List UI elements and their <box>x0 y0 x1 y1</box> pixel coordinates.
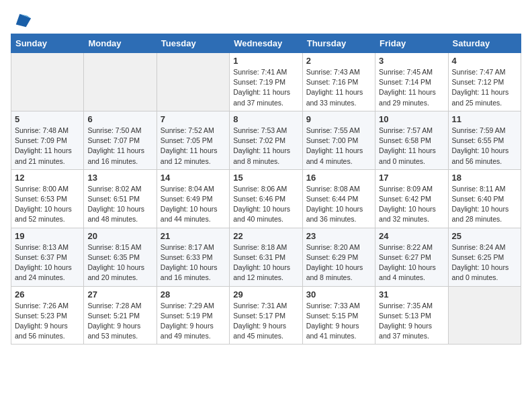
day-info: Sunrise: 8:15 AMSunset: 6:35 PMDaylight:… <box>87 242 152 283</box>
day-number: 26 <box>15 289 80 300</box>
day-info: Sunrise: 7:55 AMSunset: 7:00 PMDaylight:… <box>306 126 371 167</box>
day-number: 12 <box>15 173 80 183</box>
calendar-cell: 28Sunrise: 7:29 AMSunset: 5:19 PMDayligh… <box>157 286 229 345</box>
day-info: Sunrise: 7:53 AMSunset: 7:02 PMDaylight:… <box>233 126 298 167</box>
day-number: 31 <box>379 289 444 300</box>
calendar-cell: 24Sunrise: 8:22 AMSunset: 6:27 PMDayligh… <box>375 228 448 286</box>
day-number: 1 <box>233 56 298 66</box>
calendar-cell: 4Sunrise: 7:47 AMSunset: 7:12 PMDaylight… <box>448 53 521 111</box>
day-info: Sunrise: 8:00 AMSunset: 6:53 PMDaylight:… <box>15 184 80 225</box>
calendar-cell: 17Sunrise: 8:09 AMSunset: 6:42 PMDayligh… <box>375 169 448 228</box>
calendar-cell: 30Sunrise: 7:33 AMSunset: 5:15 PMDayligh… <box>302 286 375 345</box>
logo-icon <box>13 11 32 30</box>
logo <box>11 11 32 30</box>
day-info: Sunrise: 7:45 AMSunset: 7:14 PMDaylight:… <box>379 67 444 108</box>
day-info: Sunrise: 7:48 AMSunset: 7:09 PMDaylight:… <box>15 126 80 167</box>
day-number: 19 <box>15 231 80 241</box>
day-info: Sunrise: 8:08 AMSunset: 6:44 PMDaylight:… <box>306 184 371 225</box>
calendar-cell: 12Sunrise: 8:00 AMSunset: 6:53 PMDayligh… <box>11 169 84 228</box>
calendar-cell: 8Sunrise: 7:53 AMSunset: 7:02 PMDaylight… <box>230 111 302 169</box>
calendar-cell: 27Sunrise: 7:28 AMSunset: 5:21 PMDayligh… <box>84 286 157 345</box>
day-info: Sunrise: 7:41 AMSunset: 7:19 PMDaylight:… <box>233 67 298 108</box>
day-number: 16 <box>306 173 371 183</box>
day-number: 25 <box>452 231 517 241</box>
day-number: 9 <box>306 114 371 124</box>
weekday-header-sunday: Sunday <box>11 34 84 53</box>
calendar-cell <box>448 286 521 345</box>
calendar-table: SundayMondayTuesdayWednesdayThursdayFrid… <box>11 34 521 345</box>
day-info: Sunrise: 7:29 AMSunset: 5:19 PMDaylight:… <box>161 301 226 342</box>
day-info: Sunrise: 8:02 AMSunset: 6:51 PMDaylight:… <box>87 184 152 225</box>
day-info: Sunrise: 7:33 AMSunset: 5:15 PMDaylight:… <box>306 301 371 342</box>
calendar-cell: 11Sunrise: 7:59 AMSunset: 6:55 PMDayligh… <box>448 111 521 169</box>
day-number: 5 <box>15 114 80 124</box>
calendar-cell: 25Sunrise: 8:24 AMSunset: 6:25 PMDayligh… <box>448 228 521 286</box>
weekday-header-saturday: Saturday <box>448 34 521 53</box>
day-number: 27 <box>87 289 152 300</box>
calendar-cell: 5Sunrise: 7:48 AMSunset: 7:09 PMDaylight… <box>11 111 84 169</box>
day-number: 23 <box>306 231 371 241</box>
day-info: Sunrise: 7:26 AMSunset: 5:23 PMDaylight:… <box>15 301 80 342</box>
svg-marker-0 <box>16 14 31 28</box>
calendar-cell: 22Sunrise: 8:18 AMSunset: 6:31 PMDayligh… <box>230 228 302 286</box>
day-info: Sunrise: 7:50 AMSunset: 7:07 PMDaylight:… <box>87 126 152 167</box>
day-info: Sunrise: 8:18 AMSunset: 6:31 PMDaylight:… <box>233 242 298 283</box>
calendar-cell: 16Sunrise: 8:08 AMSunset: 6:44 PMDayligh… <box>302 169 375 228</box>
calendar-cell <box>157 53 229 111</box>
calendar-cell: 18Sunrise: 8:11 AMSunset: 6:40 PMDayligh… <box>448 169 521 228</box>
day-number: 17 <box>379 173 444 183</box>
day-number: 18 <box>452 173 517 183</box>
day-info: Sunrise: 8:20 AMSunset: 6:29 PMDaylight:… <box>306 242 371 283</box>
day-info: Sunrise: 8:17 AMSunset: 6:33 PMDaylight:… <box>161 242 226 283</box>
calendar-cell: 6Sunrise: 7:50 AMSunset: 7:07 PMDaylight… <box>84 111 157 169</box>
day-info: Sunrise: 8:22 AMSunset: 6:27 PMDaylight:… <box>379 242 444 283</box>
calendar-cell: 9Sunrise: 7:55 AMSunset: 7:00 PMDaylight… <box>302 111 375 169</box>
day-number: 13 <box>87 173 152 183</box>
weekday-header-tuesday: Tuesday <box>157 34 229 53</box>
day-info: Sunrise: 7:52 AMSunset: 7:05 PMDaylight:… <box>161 126 226 167</box>
day-info: Sunrise: 8:13 AMSunset: 6:37 PMDaylight:… <box>15 242 80 283</box>
day-number: 28 <box>161 289 226 300</box>
day-number: 20 <box>87 231 152 241</box>
calendar-cell: 15Sunrise: 8:06 AMSunset: 6:46 PMDayligh… <box>230 169 302 228</box>
day-number: 22 <box>233 231 298 241</box>
day-info: Sunrise: 8:24 AMSunset: 6:25 PMDaylight:… <box>452 242 517 283</box>
calendar-cell: 13Sunrise: 8:02 AMSunset: 6:51 PMDayligh… <box>84 169 157 228</box>
calendar-cell: 26Sunrise: 7:26 AMSunset: 5:23 PMDayligh… <box>11 286 84 345</box>
day-info: Sunrise: 7:47 AMSunset: 7:12 PMDaylight:… <box>452 67 517 108</box>
calendar-cell: 31Sunrise: 7:35 AMSunset: 5:13 PMDayligh… <box>375 286 448 345</box>
day-info: Sunrise: 7:28 AMSunset: 5:21 PMDaylight:… <box>87 301 152 342</box>
day-number: 14 <box>161 173 226 183</box>
calendar-cell: 1Sunrise: 7:41 AMSunset: 7:19 PMDaylight… <box>230 53 302 111</box>
weekday-header-thursday: Thursday <box>302 34 375 53</box>
day-number: 30 <box>306 289 371 300</box>
calendar-cell: 19Sunrise: 8:13 AMSunset: 6:37 PMDayligh… <box>11 228 84 286</box>
day-info: Sunrise: 7:43 AMSunset: 7:16 PMDaylight:… <box>306 67 371 108</box>
day-number: 2 <box>306 56 371 66</box>
day-number: 4 <box>452 56 517 66</box>
calendar-cell: 10Sunrise: 7:57 AMSunset: 6:58 PMDayligh… <box>375 111 448 169</box>
day-info: Sunrise: 7:59 AMSunset: 6:55 PMDaylight:… <box>452 126 517 167</box>
day-number: 6 <box>87 114 152 124</box>
day-info: Sunrise: 8:11 AMSunset: 6:40 PMDaylight:… <box>452 184 517 225</box>
calendar-cell: 14Sunrise: 8:04 AMSunset: 6:49 PMDayligh… <box>157 169 229 228</box>
day-info: Sunrise: 7:31 AMSunset: 5:17 PMDaylight:… <box>233 301 298 342</box>
day-info: Sunrise: 8:09 AMSunset: 6:42 PMDaylight:… <box>379 184 444 225</box>
day-number: 11 <box>452 114 517 124</box>
calendar-cell <box>84 53 157 111</box>
day-info: Sunrise: 8:06 AMSunset: 6:46 PMDaylight:… <box>233 184 298 225</box>
day-number: 10 <box>379 114 444 124</box>
calendar-cell: 23Sunrise: 8:20 AMSunset: 6:29 PMDayligh… <box>302 228 375 286</box>
day-number: 21 <box>161 231 226 241</box>
weekday-header-monday: Monday <box>84 34 157 53</box>
calendar-cell: 29Sunrise: 7:31 AMSunset: 5:17 PMDayligh… <box>230 286 302 345</box>
calendar-cell: 20Sunrise: 8:15 AMSunset: 6:35 PMDayligh… <box>84 228 157 286</box>
day-info: Sunrise: 7:57 AMSunset: 6:58 PMDaylight:… <box>379 126 444 167</box>
day-number: 15 <box>233 173 298 183</box>
weekday-header-friday: Friday <box>375 34 448 53</box>
day-number: 24 <box>379 231 444 241</box>
day-number: 3 <box>379 56 444 66</box>
calendar-cell: 7Sunrise: 7:52 AMSunset: 7:05 PMDaylight… <box>157 111 229 169</box>
calendar-cell <box>11 53 84 111</box>
day-info: Sunrise: 8:04 AMSunset: 6:49 PMDaylight:… <box>161 184 226 225</box>
